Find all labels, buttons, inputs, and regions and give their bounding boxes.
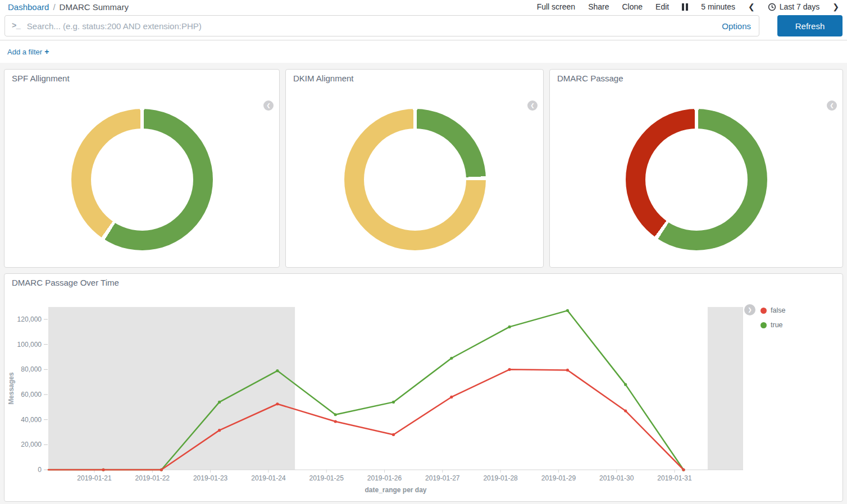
svg-text:2019-01-29: 2019-01-29: [541, 474, 576, 482]
legend-label: false: [771, 306, 785, 314]
breadcrumb-current: DMARC Summary: [60, 2, 129, 12]
svg-text:2019-01-24: 2019-01-24: [251, 474, 286, 482]
svg-text:20,000: 20,000: [21, 441, 42, 448]
svg-text:2019-01-25: 2019-01-25: [309, 474, 344, 482]
console-prompt-icon: >_: [5, 21, 27, 30]
refresh-button[interactable]: Refresh: [777, 15, 843, 36]
svg-text:0: 0: [38, 466, 42, 474]
legend-label: true: [771, 321, 783, 329]
add-filter-link[interactable]: Add a filter+: [7, 48, 49, 56]
breadcrumb: Dashboard/DMARC Summary: [8, 2, 129, 12]
toolbar-menu: Full screen Share Clone Edit 5 minutes ❮…: [537, 2, 839, 11]
svg-text:2019-01-21: 2019-01-21: [77, 474, 112, 482]
svg-text:100,000: 100,000: [17, 341, 42, 349]
filter-bar: Add a filter+: [7, 47, 49, 56]
svg-text:40,000: 40,000: [21, 416, 42, 424]
legend-item-true[interactable]: true: [761, 321, 783, 329]
legend-collapse-chevron-left-icon[interactable]: ❮: [527, 100, 538, 111]
svg-text:2019-01-28: 2019-01-28: [483, 474, 518, 482]
pause-icon[interactable]: [682, 3, 688, 11]
panel-title: DMARC Passage: [557, 74, 623, 83]
refresh-interval-label[interactable]: 5 minutes: [701, 2, 735, 11]
top-chrome: Dashboard/DMARC Summary Full screen Shar…: [0, 0, 847, 63]
svg-text:80,000: 80,000: [21, 365, 42, 373]
svg-text:2019-01-26: 2019-01-26: [367, 474, 402, 482]
search-input[interactable]: [27, 21, 714, 31]
legend-dot-false: [761, 308, 767, 314]
svg-text:2019-01-30: 2019-01-30: [599, 474, 634, 482]
panel-spf-alignment: SPF Allignment ❮: [4, 69, 280, 268]
line-chart[interactable]: 020,00040,00060,00080,000100,000120,0002…: [4, 274, 843, 501]
time-back-chevron-left-icon[interactable]: ❮: [748, 2, 755, 11]
full-screen-button[interactable]: Full screen: [537, 2, 575, 11]
panel-title: SPF Allignment: [12, 74, 70, 83]
time-range-picker[interactable]: Last 7 days: [768, 2, 820, 11]
edit-button[interactable]: Edit: [655, 2, 669, 11]
clone-button[interactable]: Clone: [622, 2, 643, 11]
legend-expand-chevron-right-icon[interactable]: ❯: [744, 304, 755, 315]
panel-dmarc-passage: DMARC Passage ❮: [549, 69, 843, 268]
time-range-label: Last 7 days: [780, 2, 820, 11]
query-bar: >_ Options: [4, 15, 759, 36]
section-divider: [0, 40, 847, 40]
donut-chart-dmarc[interactable]: [626, 109, 767, 250]
panel-title: DKIM Alignment: [293, 74, 354, 83]
svg-text:Messages: Messages: [7, 372, 15, 405]
svg-text:date_range per day: date_range per day: [365, 486, 426, 494]
plus-icon: +: [44, 47, 49, 56]
legend-item-false[interactable]: false: [761, 306, 785, 314]
nav-row: Dashboard/DMARC Summary Full screen Shar…: [0, 0, 847, 15]
svg-text:120,000: 120,000: [17, 315, 42, 323]
legend-collapse-chevron-left-icon[interactable]: ❮: [263, 100, 274, 111]
clock-icon: [768, 3, 776, 11]
breadcrumb-dashboard-link[interactable]: Dashboard: [8, 2, 49, 12]
legend-dot-true: [761, 322, 767, 328]
svg-text:60,000: 60,000: [21, 391, 42, 398]
svg-text:2019-01-22: 2019-01-22: [135, 474, 170, 482]
panel-dmarc-passage-over-time: DMARC Passage Over Time 020,00040,00060,…: [4, 273, 843, 502]
donut-chart-dkim[interactable]: [344, 109, 486, 250]
options-link[interactable]: Options: [714, 21, 759, 31]
panel-dkim-alignment: DKIM Alignment ❮: [285, 69, 544, 268]
donut-chart-spf[interactable]: [71, 109, 213, 250]
svg-text:2019-01-23: 2019-01-23: [193, 474, 228, 482]
legend-collapse-chevron-left-icon[interactable]: ❮: [827, 100, 837, 111]
breadcrumb-separator: /: [53, 2, 55, 12]
svg-text:2019-01-31: 2019-01-31: [657, 474, 692, 482]
svg-text:2019-01-27: 2019-01-27: [425, 474, 460, 482]
time-forward-chevron-right-icon[interactable]: ❯: [832, 2, 839, 11]
share-button[interactable]: Share: [588, 2, 609, 11]
